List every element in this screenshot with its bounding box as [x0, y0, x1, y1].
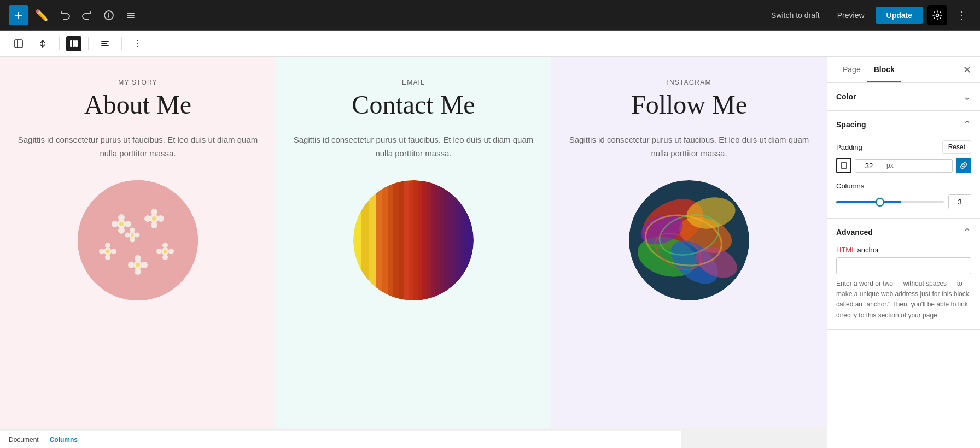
svg-rect-67: [422, 180, 427, 300]
svg-rect-75: [456, 180, 460, 300]
color-section-header[interactable]: Color ⌄: [827, 83, 980, 110]
svg-rect-71: [440, 180, 444, 300]
advanced-section: Advanced ⌃ HTML anchor Enter a word or t…: [827, 219, 980, 330]
column-1: MY STORY About Me Sagittis id consectetu…: [0, 57, 276, 428]
svg-point-34: [111, 249, 116, 254]
col-1-title: About Me: [84, 91, 191, 120]
spacing-section-content: Padding Reset px: [827, 140, 980, 218]
toggle-sidebar-button[interactable]: [9, 35, 28, 52]
svg-rect-72: [444, 180, 448, 300]
col-2-label: EMAIL: [402, 79, 425, 86]
svg-point-25: [151, 209, 158, 215]
svg-point-44: [135, 268, 141, 275]
padding-label: Padding: [836, 143, 938, 151]
svg-point-50: [130, 237, 135, 242]
switch-to-draft-button[interactable]: Switch to draft: [765, 8, 826, 23]
breadcrumb: Document → Columns: [0, 431, 681, 448]
svg-rect-77: [464, 180, 468, 300]
advanced-section-header[interactable]: Advanced ⌃: [827, 219, 980, 246]
svg-rect-58: [376, 180, 382, 300]
svg-point-39: [156, 249, 162, 254]
columns-slider-row: [836, 194, 971, 209]
color-section-title: Color: [836, 92, 856, 101]
top-toolbar: ✏️ Switch to draft Preview Update ⋮: [0, 0, 980, 31]
column-2: EMAIL Contact Me Sagittis id consectetur…: [276, 57, 551, 428]
svg-rect-69: [431, 180, 435, 300]
svg-rect-65: [413, 180, 418, 300]
svg-point-29: [152, 216, 156, 221]
col-1-label: MY STORY: [118, 79, 158, 86]
info-button[interactable]: [99, 7, 119, 24]
main-layout: MY STORY About Me Sagittis id consectetu…: [0, 57, 980, 448]
svg-point-28: [158, 215, 164, 222]
svg-rect-76: [460, 180, 464, 300]
more-options-button[interactable]: ⋮: [952, 5, 971, 25]
svg-rect-63: [404, 180, 409, 300]
columns-value-input[interactable]: [949, 195, 971, 209]
advanced-section-title: Advanced: [836, 228, 873, 237]
tab-page[interactable]: Page: [836, 57, 867, 82]
move-up-down-button[interactable]: [33, 35, 52, 52]
tab-block[interactable]: Block: [867, 57, 901, 82]
list-view-button[interactable]: [121, 7, 141, 24]
brush-tool-button[interactable]: ✏️: [31, 5, 53, 25]
columns-block: MY STORY About Me Sagittis id consectetu…: [0, 57, 827, 428]
svg-point-41: [164, 249, 167, 253]
html-anchor-input[interactable]: [836, 257, 971, 274]
col-3-text: Sagittis id consectetur purus ut faucibu…: [569, 133, 809, 161]
link-padding-button[interactable]: [956, 158, 971, 173]
svg-rect-61: [393, 180, 399, 300]
spacing-section-header[interactable]: Spacing ⌃: [827, 111, 980, 138]
svg-point-37: [162, 243, 168, 248]
svg-rect-68: [427, 180, 431, 300]
panel-close-button[interactable]: ✕: [961, 62, 973, 78]
block-type-icon: [66, 36, 81, 51]
svg-point-40: [168, 249, 174, 254]
html-label-html: HTML: [836, 246, 855, 254]
html-anchor-label: HTML anchor: [836, 246, 971, 254]
breadcrumb-arrow: →: [41, 436, 48, 444]
columns-slider[interactable]: [836, 201, 944, 203]
text-align-button[interactable]: [95, 35, 115, 52]
svg-rect-73: [448, 180, 452, 300]
padding-row: Padding Reset: [836, 140, 971, 154]
svg-point-31: [105, 243, 110, 248]
redo-button[interactable]: [77, 7, 97, 24]
svg-point-32: [105, 255, 110, 260]
toolbar-separator-3: [121, 37, 122, 50]
svg-point-20: [118, 227, 125, 234]
more-block-options-button[interactable]: ⋮: [129, 35, 146, 52]
preview-button[interactable]: Preview: [831, 8, 871, 23]
html-label-anchor: anchor: [855, 246, 879, 254]
padding-box-icon: [836, 158, 851, 173]
svg-rect-64: [409, 180, 413, 300]
right-panel: Page Block ✕ Color ⌄ Spacing ⌃ Padding R…: [827, 57, 980, 448]
svg-point-53: [131, 233, 134, 237]
toolbar-right: Switch to draft Preview Update ⋮: [765, 5, 971, 25]
spacing-section: Spacing ⌃ Padding Reset px: [827, 111, 980, 219]
svg-rect-56: [361, 180, 369, 300]
svg-rect-9: [15, 40, 22, 48]
toolbar-separator: [59, 37, 60, 50]
col-3-image: [629, 180, 749, 300]
col-3-title: Follow Me: [631, 91, 747, 120]
breadcrumb-columns[interactable]: Columns: [50, 436, 78, 444]
update-button[interactable]: Update: [876, 7, 923, 24]
svg-rect-74: [452, 180, 456, 300]
svg-point-4: [108, 13, 109, 14]
breadcrumb-document[interactable]: Document: [9, 436, 39, 444]
svg-point-45: [128, 262, 135, 268]
svg-point-17: [78, 180, 198, 300]
svg-rect-13: [75, 40, 78, 47]
padding-value-input[interactable]: [855, 160, 883, 172]
add-block-button[interactable]: [9, 5, 28, 25]
svg-point-8: [936, 14, 939, 16]
padding-input-wrap: px: [855, 159, 953, 173]
svg-rect-66: [418, 180, 422, 300]
svg-rect-70: [435, 180, 440, 300]
padding-reset-button[interactable]: Reset: [942, 140, 971, 154]
settings-button[interactable]: [928, 5, 947, 25]
anchor-description: Enter a word or two — without spaces — t…: [836, 279, 971, 321]
undo-button[interactable]: [55, 7, 75, 24]
column-3: INSTAGRAM Follow Me Sagittis id consecte…: [551, 57, 827, 428]
